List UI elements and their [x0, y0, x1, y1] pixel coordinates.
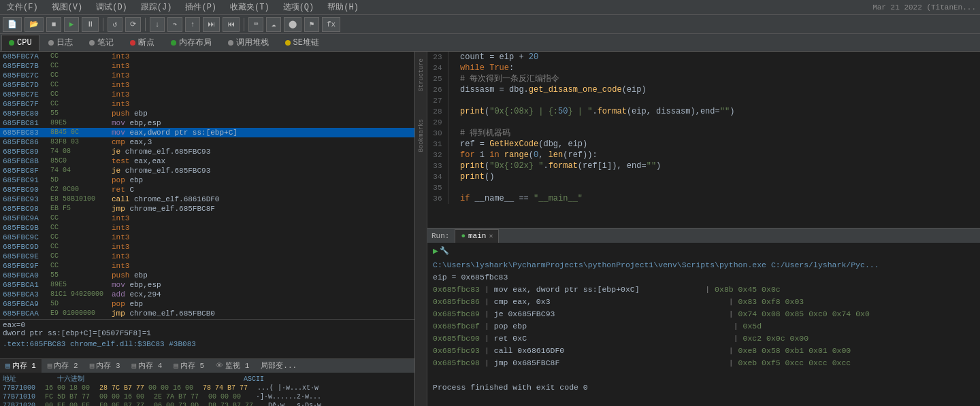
tb-bp[interactable]: ⬤ [284, 17, 301, 32]
disasm-addr: 685FBC83 [0, 128, 48, 137]
disasm-row[interactable]: 685FBCA1 89E5 mov ebp,esp [0, 280, 414, 290]
disasm-row[interactable]: 685FBC89 74 08 je chrome_elf.685FBC93 [0, 147, 414, 156]
tb-step-out[interactable]: ↑ [185, 17, 200, 32]
mem-tab-watch[interactable]: 👁 监视 1 [210, 359, 255, 373]
line-number: 24 [427, 63, 448, 73]
tb-expr[interactable]: fx [322, 17, 340, 32]
run-build-btn[interactable]: 🔧 [440, 246, 449, 256]
disasm-row[interactable]: 685FBC9C CC int3 [0, 233, 414, 242]
mem-tab-2[interactable]: ▤ 内存 2 [42, 359, 84, 373]
disasm-row[interactable]: 685FBCA0 55 push ebp [0, 271, 414, 280]
mem-tab-3[interactable]: ▤ 内存 3 [84, 359, 126, 373]
mem-tab-5[interactable]: ▤ 内存 5 [168, 359, 210, 373]
disasm-row[interactable]: 685FBC8F 74 04 je chrome_elf.685FBC93 [0, 166, 414, 175]
tb-sep3 [244, 18, 244, 31]
menu-help[interactable]: 帮助(H) [325, 1, 361, 13]
bookmarks-label[interactable]: Bookmarks [418, 119, 425, 152]
tb-step-into[interactable]: ↓ [150, 17, 165, 32]
structure-label[interactable]: Structure [418, 58, 425, 92]
tab-cpu[interactable]: CPU [1, 35, 39, 51]
tab-note-icon [89, 40, 95, 46]
disasm-instr: cmp eax,3 [109, 137, 414, 147]
disasm-row[interactable]: 685FBC9E CC int3 [0, 252, 414, 261]
tb-pause[interactable]: ⏸ [82, 17, 99, 32]
disasm-row[interactable]: 685FBC9D CC int3 [0, 242, 414, 252]
tb-step-back[interactable]: ⏮ [223, 17, 240, 32]
tb-run[interactable]: ▶ [64, 17, 79, 32]
right-panel: Structure Bookmarks 23 count = eip + 20 … [415, 52, 980, 406]
disasm-area[interactable]: 685FBC7A CC int3 685FBC7B CC int3 685FBC… [0, 52, 414, 319]
tb-new[interactable]: 📄 [3, 17, 22, 32]
code-editor[interactable]: 23 count = eip + 20 24 while True: 25 # … [427, 52, 980, 228]
disasm-row[interactable]: 685FBC7A CC int3 [0, 52, 414, 61]
tb-step-over[interactable]: ↷ [167, 17, 182, 32]
tb-open[interactable]: 📂 [24, 17, 44, 32]
run-tab-main[interactable]: ● main ✕ [455, 229, 499, 243]
menu-debug[interactable]: 调试(D) [93, 1, 130, 13]
disasm-hex: 89E5 [48, 280, 109, 290]
line-number: 30 [427, 128, 448, 139]
menu-view[interactable]: 视图(V) [49, 1, 86, 13]
tab-bp[interactable]: 断点 [122, 35, 162, 51]
tb-reload[interactable]: ⟳ [125, 17, 141, 32]
disasm-row[interactable]: 685FBCA9 5D pop ebp [0, 299, 414, 309]
tab-memlayout[interactable]: 内存布局 [163, 35, 219, 51]
disasm-row[interactable]: 685FBC9F CC int3 [0, 261, 414, 271]
disasm-instr: int3 [109, 99, 414, 109]
tb-run-to[interactable]: ⏭ [203, 17, 220, 32]
tb-stop[interactable]: ■ [46, 17, 61, 32]
disasm-row[interactable]: 685FBC98 EB F5 jmp chrome_elf.685FBC8F [0, 204, 414, 214]
menu-options[interactable]: 选项(Q) [280, 1, 317, 13]
mem-content: 地址 十六进制 ASCII 77B71000 16 00 18 00 28 7C… [0, 373, 414, 406]
disasm-row[interactable]: 685FBC7F CC int3 [0, 99, 414, 109]
disasm-addr: 685FBC7A [0, 52, 48, 61]
disasm-row[interactable]: 685FBC7B CC int3 [0, 61, 414, 71]
tb-hw-bp[interactable]: ⚑ [304, 17, 319, 32]
disasm-row[interactable]: 685FBC90 C2 0C00 ret C [0, 185, 414, 194]
disasm-instr: je chrome_elf.685FBC93 [109, 147, 414, 156]
mem-tab-4[interactable]: ▤ 内存 4 [126, 359, 167, 373]
tab-callstack-label: 调用堆栈 [236, 37, 269, 48]
tab-callstack[interactable]: 调用堆栈 [220, 35, 276, 51]
run-play-btn[interactable]: ▶ [433, 246, 438, 256]
disasm-row[interactable]: 685FBC7D CC int3 [0, 80, 414, 90]
mem-tab-1[interactable]: ▤ 内存 1 [0, 359, 42, 373]
menu-trace[interactable]: 跟踪(J) [138, 1, 175, 13]
disasm-row[interactable]: 685FBC91 5D pop ebp [0, 175, 414, 185]
tb-asm[interactable]: ⌨ [248, 17, 263, 32]
run-output[interactable]: ▶ 🔧 C:\Users\lyshark\PycharmProjects\pyt… [427, 243, 980, 406]
disasm-row[interactable]: 685FBC8B 85C0 test eax,eax [0, 156, 414, 166]
mem-tab-local[interactable]: 局部变... [255, 359, 302, 373]
menu-plugin[interactable]: 插件(P) [182, 1, 219, 13]
disasm-instr: mov eax,dword ptr ss:[ebp+C] [109, 128, 414, 137]
disasm-row[interactable]: 685FBCAA E9 01000000 jmp chrome_elf.685F… [0, 309, 414, 318]
disasm-row[interactable]: 685FBCA3 81C1 94020000 add ecx,294 [0, 290, 414, 299]
menu-file[interactable]: 文件(F) [4, 1, 41, 13]
mem-header: 地址 十六进制 ASCII [3, 374, 412, 384]
disasm-row[interactable]: 685FBC9B CC int3 [0, 223, 414, 233]
disasm-addr: 685FBC7B [0, 61, 48, 71]
tab-cpu-label: CPU [17, 38, 32, 48]
tb-patch[interactable]: ☁ [266, 17, 281, 32]
run-tab-close[interactable]: ✕ [489, 232, 493, 240]
tab-log-icon [48, 40, 54, 46]
disasm-row[interactable]: 685FBC9A CC int3 [0, 214, 414, 223]
tab-note[interactable]: 笔记 [82, 35, 121, 51]
tab-log[interactable]: 日志 [41, 35, 80, 51]
disasm-row[interactable]: 685FBC7E CC int3 [0, 90, 414, 99]
tb-sep2 [145, 18, 146, 31]
disasm-row[interactable]: 685FBC7C CC int3 [0, 71, 414, 80]
disasm-row[interactable]: 685FBC93 E8 58B10100 call chrome_elf.686… [0, 194, 414, 204]
disasm-row[interactable]: 685FBC80 55 push ebp [0, 109, 414, 118]
menu-fav[interactable]: 收藏夹(T) [227, 1, 272, 13]
disasm-addr: 685FBC7C [0, 71, 48, 80]
tab-sechain[interactable]: SE堆链 [278, 35, 327, 51]
line-arrow [448, 117, 457, 128]
disasm-hex: E9 01000000 [48, 309, 109, 318]
tb-restart[interactable]: ↺ [108, 17, 122, 32]
disasm-row[interactable]: 685FBC81 89E5 mov ebp,esp [0, 118, 414, 128]
disasm-row[interactable]: 685FBC83 8B45 0C mov eax,dword ptr ss:[e… [0, 128, 414, 137]
line-code [457, 95, 980, 106]
disasm-row[interactable]: 685FBC86 83F8 03 cmp eax,3 [0, 137, 414, 147]
line-number: 35 [427, 182, 448, 193]
